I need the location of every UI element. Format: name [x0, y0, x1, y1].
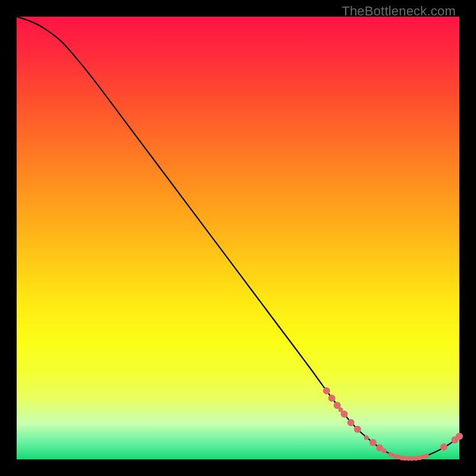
- data-point-dot: [328, 394, 336, 402]
- data-point-dot: [424, 453, 429, 458]
- data-point-dot: [382, 449, 387, 453]
- data-point-dot: [389, 452, 393, 457]
- bottleneck-curve: [17, 17, 459, 459]
- data-point-dot: [440, 443, 447, 450]
- data-point-dot: [456, 433, 463, 440]
- data-point-dot: [364, 436, 369, 440]
- data-point-dot: [369, 439, 377, 446]
- chart-plot-area: [17, 17, 459, 459]
- data-point-dot: [341, 411, 348, 418]
- data-point-dot: [347, 419, 355, 426]
- bottleneck-curve-svg: [17, 17, 459, 459]
- data-point-dot: [354, 425, 361, 433]
- data-point-dot: [323, 387, 330, 394]
